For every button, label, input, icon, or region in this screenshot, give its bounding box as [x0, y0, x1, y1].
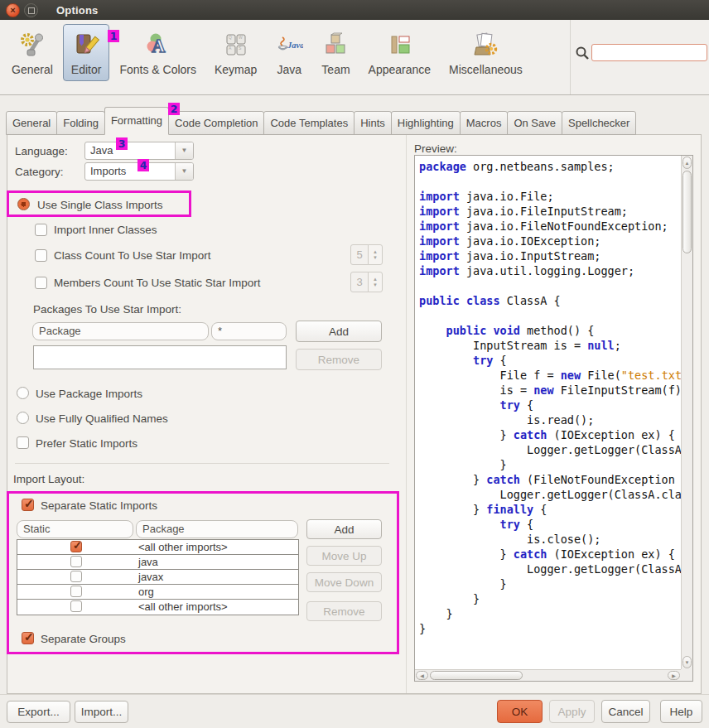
import-table-row[interactable]: java: [17, 555, 298, 570]
code-line: try {: [419, 353, 681, 368]
import-inner-classes-checkbox[interactable]: [35, 224, 47, 236]
row-static-checkbox[interactable]: [70, 556, 82, 567]
toolbar-item-label: Appearance: [369, 63, 432, 76]
language-select[interactable]: Java ▼: [84, 142, 194, 160]
tab-on-save[interactable]: On Save: [507, 111, 562, 135]
tab-formatting[interactable]: Formatting: [104, 107, 169, 135]
chevron-down-icon[interactable]: ▼: [175, 142, 193, 159]
code-line: public void method() {: [419, 323, 681, 338]
use-package-imports-label: Use Package Imports: [36, 388, 142, 400]
class-count-checkbox[interactable]: [35, 249, 47, 262]
annotation-badge-4: 4: [137, 159, 149, 171]
row-static-checkbox[interactable]: [70, 541, 82, 552]
code-line: }: [419, 591, 681, 606]
tab-hints[interactable]: Hints: [354, 111, 392, 135]
import-table-row[interactable]: org: [17, 585, 298, 600]
star-column-header[interactable]: *: [211, 322, 287, 340]
tab-macros[interactable]: Macros: [460, 111, 509, 135]
ok-button[interactable]: OK: [497, 700, 543, 723]
vertical-scrollbar[interactable]: ▲ ▼: [681, 156, 692, 669]
separate-static-imports-checkbox[interactable]: [22, 499, 34, 511]
class-count-value: 5: [350, 244, 369, 265]
code-line: } catch (IOException ex) {: [419, 427, 681, 442]
tab-code-templates[interactable]: Code Templates: [263, 111, 354, 135]
move-up-button[interactable]: Move Up: [306, 546, 382, 566]
apply-button[interactable]: Apply: [549, 700, 595, 723]
tab-highlighting[interactable]: Highlighting: [391, 111, 461, 135]
tab-spellchecker[interactable]: Spellchecker: [562, 111, 636, 135]
toolbar-item-general[interactable]: General: [3, 24, 61, 81]
vertical-scroll-thumb[interactable]: [682, 171, 692, 253]
scrollbar-corner: [681, 669, 692, 681]
spinner-arrows-icon[interactable]: ▲▼: [368, 244, 383, 265]
members-count-spinner[interactable]: 3 ▲▼: [350, 272, 383, 292]
use-package-imports-radio[interactable]: [17, 387, 29, 399]
export-button[interactable]: Export...: [7, 701, 70, 723]
import-layout-table[interactable]: <all other imports>javajavaxorg<all othe…: [17, 539, 299, 615]
static-column-header[interactable]: Static: [17, 520, 133, 538]
code-line: import java.util.logging.Logger;: [419, 263, 681, 278]
code-line: Logger.getLogger(ClassA.class.getName())…: [419, 442, 681, 457]
star-packages-list[interactable]: [33, 345, 287, 369]
tab-folding[interactable]: Folding: [56, 111, 105, 135]
separate-groups-checkbox[interactable]: [22, 632, 34, 644]
star-add-button[interactable]: Add: [296, 321, 382, 342]
horizontal-scrollbar[interactable]: ◀ ▶: [415, 669, 681, 681]
language-label: Language:: [15, 145, 68, 157]
code-line: import java.io.FileInputStream;: [419, 204, 681, 219]
language-value: Java: [90, 144, 113, 157]
package-column-header[interactable]: Package: [136, 520, 298, 538]
search-input[interactable]: [591, 44, 707, 61]
close-window-icon[interactable]: ×: [6, 3, 20, 17]
spinner-arrows-icon[interactable]: ▲▼: [368, 272, 383, 292]
toolbar-item-fonts-colors[interactable]: AFonts & Colors: [111, 24, 205, 81]
maximize-window-icon[interactable]: [24, 3, 38, 17]
chevron-down-icon[interactable]: ▼: [175, 163, 193, 180]
code-line: is.read();: [419, 412, 681, 427]
layout-remove-button[interactable]: Remove: [306, 601, 382, 621]
use-fully-qualified-radio[interactable]: [17, 412, 29, 424]
star-remove-button[interactable]: Remove: [296, 349, 382, 370]
import-table-row[interactable]: <all other imports>: [17, 540, 298, 555]
tab-general[interactable]: General: [6, 111, 57, 135]
horizontal-scroll-thumb[interactable]: [430, 671, 523, 680]
help-button[interactable]: Help: [660, 700, 702, 723]
toolbar-item-label: Miscellaneous: [449, 63, 523, 76]
toolbar-item-miscellaneous[interactable]: Miscellaneous: [441, 24, 531, 81]
use-single-class-imports-radio[interactable]: [17, 198, 30, 210]
row-static-checkbox[interactable]: [70, 586, 82, 597]
members-count-checkbox[interactable]: [35, 277, 47, 289]
scroll-right-icon[interactable]: ▶: [668, 671, 680, 680]
code-line: }: [419, 606, 681, 621]
move-down-button[interactable]: Move Down: [306, 572, 382, 592]
layout-add-button[interactable]: Add: [306, 519, 382, 539]
preview-label: Preview:: [414, 142, 457, 155]
toolbar-item-keymap[interactable]: QWASKeymap: [206, 24, 265, 81]
prefer-static-imports-checkbox[interactable]: [17, 436, 29, 449]
code-line: import java.io.FileNotFoundException;: [419, 219, 681, 234]
code-line: }: [419, 457, 681, 472]
toolbar-item-label: General: [12, 63, 53, 76]
toolbar-item-team[interactable]: Team: [313, 24, 358, 81]
import-table-row[interactable]: javax: [17, 570, 298, 585]
import-button[interactable]: Import...: [75, 701, 128, 723]
row-static-checkbox[interactable]: [70, 600, 82, 612]
scroll-down-icon[interactable]: ▼: [682, 656, 692, 668]
scroll-left-icon[interactable]: ◀: [416, 671, 428, 680]
tab-code-completion[interactable]: Code Completion: [168, 111, 264, 135]
prefer-static-imports-label: Prefer Static Imports: [36, 437, 137, 450]
row-static-checkbox[interactable]: [70, 571, 82, 582]
toolbar-item-label: Editor: [71, 63, 102, 76]
class-count-spinner[interactable]: 5 ▲▼: [350, 244, 383, 265]
import-table-row[interactable]: <all other imports>: [17, 600, 298, 615]
toolbar-item-appearance[interactable]: Appearance: [360, 24, 440, 81]
appearance-icon: [385, 31, 413, 59]
separate-groups-label: Separate Groups: [41, 633, 126, 645]
toolbar-item-editor[interactable]: Editor: [63, 24, 110, 81]
star-package-column-header[interactable]: Package: [32, 322, 209, 340]
cancel-button[interactable]: Cancel: [601, 700, 650, 723]
toolbar-item-java[interactable]: JavaJava: [267, 24, 311, 81]
annotation-badge-1: 1: [108, 30, 119, 42]
scroll-up-icon[interactable]: ▲: [682, 157, 692, 169]
svg-text:A: A: [152, 36, 166, 56]
